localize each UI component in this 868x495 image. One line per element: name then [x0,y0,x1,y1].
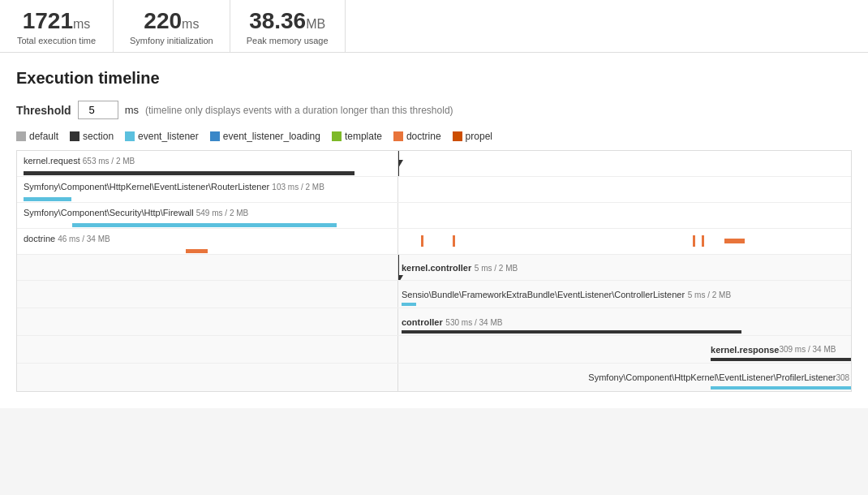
row-chart [398,177,851,202]
main-content: Execution timeline Threshold ms (timelin… [0,53,868,408]
legend-label-template: template [345,131,382,142]
metric-number: 1721 [23,8,73,33]
row-chart: kernel.response 309 ms / 34 MB [398,336,851,363]
legend-label-propel: propel [466,131,492,142]
event-meta: 308 ms / 34 MB [836,373,851,382]
table-row: kernel.controller 5 ms / 2 MB [17,255,851,281]
legend-item-template: template [332,131,382,142]
legend-color-default [16,131,26,141]
timeline-container: kernel.request 653 ms / 2 MB Symfony\Com… [16,150,852,392]
event-name-chart: kernel.response 309 ms / 34 MB [711,345,836,355]
table-row: kernel.request 653 ms / 2 MB [17,151,851,177]
row-chart: Sensio\Bundle\FrameworkExtraBundle\Event… [398,281,851,308]
table-row: kernel.response 309 ms / 34 MB [17,336,851,364]
metric-value-symfony: 220ms [130,8,213,34]
threshold-row: Threshold ms (timeline only displays eve… [16,101,852,119]
bar-wrapper [24,193,391,197]
metric-label-total: Total execution time [16,36,97,45]
bar-wrapper [24,219,391,223]
threshold-label: Threshold [16,104,71,117]
event-name-chart: Symfony\Component\HttpKernel\EventListen… [588,372,851,382]
row-chart [398,203,851,228]
metric-peak-memory: 38.36MB Peak memory usage [230,0,346,52]
event-name: Symfony\Component\HttpKernel\EventListen… [24,182,269,192]
bar-wrapper [24,245,391,249]
legend-item-event-listener-loading: event_listener_loading [210,131,320,142]
legend-item-doctrine: doctrine [393,131,441,142]
row-label-controller [17,308,398,335]
metric-symfony-init: 220ms Symfony initialization [114,0,230,52]
chart-blip [693,235,695,247]
table-row: Symfony\Component\HttpKernel\EventListen… [17,364,851,391]
legend-label-event-listener-loading: event_listener_loading [223,131,320,142]
event-meta: 103 ms / 2 MB [272,183,324,192]
bar-wrapper [24,167,391,171]
event-name-chart: kernel.controller 5 ms / 2 MB [398,261,518,273]
legend-color-event-listener [125,131,135,141]
row-chart: kernel.controller 5 ms / 2 MB [398,255,851,280]
legend-row: default section event_listener event_lis… [16,131,852,142]
legend-label-section: section [83,131,114,142]
event-name: Sensio\Bundle\FrameworkExtraBundle\Event… [402,290,685,299]
metric-number: 38.36 [249,8,306,33]
legend-color-section [70,131,79,141]
legend-color-doctrine [393,131,403,141]
row-label-kernel-request: kernel.request 653 ms / 2 MB [17,151,398,176]
row-chart: controller 530 ms / 34 MB [398,308,851,335]
event-meta: 5 ms / 2 MB [475,264,518,273]
event-name-chart: controller 530 ms / 34 MB [398,316,502,328]
metric-unit: MB [306,17,325,31]
legend-color-propel [453,131,462,141]
metric-value-memory: 38.36MB [247,8,329,34]
chart-blip [702,235,704,247]
row-chart [398,229,851,253]
timeline-bar [711,358,851,361]
legend-label-default: default [29,131,58,142]
row-label-router-listener: Symfony\Component\HttpKernel\EventListen… [17,177,398,202]
metrics-bar: 1721ms Total execution time 220ms Symfon… [0,0,868,53]
legend-item-default: default [16,131,58,142]
metric-number: 220 [144,8,182,33]
event-name: kernel.request [24,156,80,166]
row-chart: Symfony\Component\HttpKernel\EventListen… [398,364,851,391]
row-chart [398,151,851,176]
timeline-bar [24,171,355,175]
timeline-bar [72,223,337,227]
page-title: Execution timeline [16,69,852,88]
metric-unit: ms [182,17,199,31]
row-label-kernel-response [17,336,398,363]
row-label-controller-listener [17,281,398,308]
table-row: doctrine 46 ms / 34 MB [17,229,851,255]
event-name: Symfony\Component\HttpKernel\EventListen… [588,372,836,382]
table-row: Symfony\Component\HttpKernel\EventListen… [17,177,851,203]
event-meta: 46 ms / 34 MB [58,235,110,243]
timeline-bar [402,303,416,306]
threshold-unit: ms [125,104,139,116]
chart-blip [453,235,455,247]
event-name-chart: Sensio\Bundle\FrameworkExtraBundle\Event… [398,288,731,300]
legend-color-template [332,131,342,141]
legend-color-event-listener-loading [210,131,220,141]
event-meta: 530 ms / 34 MB [445,318,502,327]
legend-item-event-listener: event_listener [125,131,199,142]
table-row: controller 530 ms / 34 MB [17,308,851,336]
metric-value-total: 1721ms [16,8,97,34]
legend-item-section: section [70,131,114,142]
metric-unit: ms [73,17,90,31]
threshold-input[interactable] [78,101,118,119]
event-name: kernel.controller [402,263,471,273]
event-meta: 549 ms / 2 MB [196,209,248,217]
legend-label-event-listener: event_listener [138,131,199,142]
chart-blip [421,235,423,247]
metric-label-memory: Peak memory usage [247,36,329,45]
legend-label-doctrine: doctrine [406,131,441,142]
legend-item-propel: propel [453,131,492,142]
table-row: Symfony\Component\Security\Http\Firewall… [17,203,851,229]
row-label-firewall: Symfony\Component\Security\Http\Firewall… [17,203,398,228]
row-label-doctrine: doctrine 46 ms / 34 MB [17,229,398,254]
event-name: Symfony\Component\Security\Http\Firewall [24,208,194,217]
event-meta: 5 ms / 2 MB [688,291,731,299]
row-label-kernel-controller [17,255,398,280]
timeline-bar [711,386,851,390]
table-row: Sensio\Bundle\FrameworkExtraBundle\Event… [17,281,851,308]
